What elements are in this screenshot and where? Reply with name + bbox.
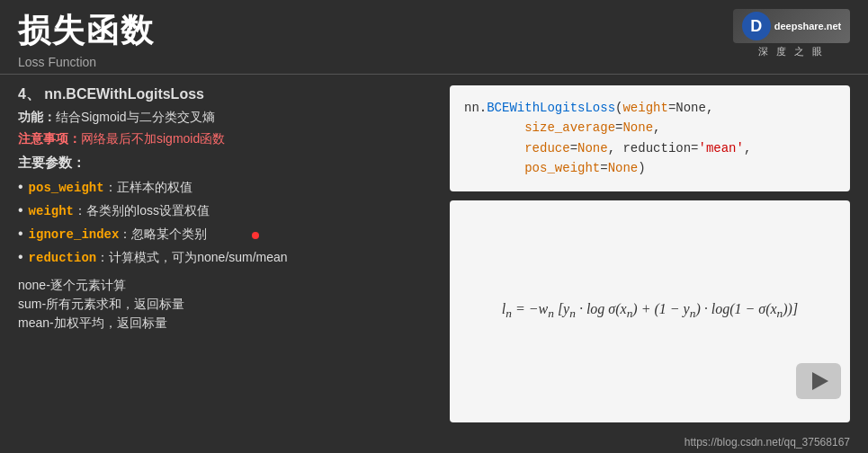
bullet-icon: • [18,249,23,265]
footer: https://blog.csdn.net/qq_37568167 [0,431,868,453]
code-eq1: =None, [668,101,713,115]
code-reduction-key: reduction= [622,141,698,155]
formula-text: ln = −wn [yn · log σ(xn) + (1 − yn) · lo… [502,301,798,321]
warning-text: 注意事项：网络最后不加sigmoid函数 [18,131,432,147]
code-reduce: reduce [524,141,569,155]
param-item: • pos_weight ：正样本的权值 [18,179,432,196]
func-label: 功能： [18,110,56,124]
logo-icon: D [742,12,771,40]
play-button[interactable] [796,363,841,399]
logo-area: D deepshare.net 深 度 之 眼 [733,9,850,58]
params-title: 主要参数： [18,155,432,172]
code-close: ) [638,161,645,175]
logo-box: D deepshare.net [733,9,850,43]
code-comma2: , [608,141,623,155]
code-comma3: , [744,141,751,155]
extra-line-1: sum-所有元素求和，返回标量 [18,297,432,313]
code-mean-str: 'mean' [698,141,743,155]
param-desc-1: ：各类别的loss设置权值 [74,203,210,219]
code-pos-weight: pos_weight [524,161,600,175]
code-eq4: = [600,161,607,175]
bullet-icon: • [18,179,23,195]
param-name-0: pos_weight [29,181,104,195]
code-none1: None [622,120,653,135]
param-name-1: weight [29,204,74,218]
annotation-dot [252,232,259,239]
bullet-icon: • [18,226,23,242]
right-panel: nn.BCEWithLogitsLoss(weight=None, size_a… [450,85,850,422]
formula-box: ln = −wn [yn · log σ(xn) + (1 − yn) · lo… [450,200,850,422]
param-name-3: reduction [29,251,97,265]
code-none2: None [577,141,608,155]
play-icon [812,372,828,390]
extra-line-2: mean-加权平均，返回标量 [18,315,432,332]
code-eq3: = [570,141,577,155]
main-container: 损失函数 Loss Function D deepshare.net 深 度 之… [0,0,868,453]
content-area: 4、 nn.BCEWithLogitsLoss 功能：结合Sigmoid与二分类… [0,75,868,431]
param-item: • ignore_index ：忽略某个类别 [18,226,432,243]
sub-title: Loss Function [18,55,155,69]
func-description: 功能：结合Sigmoid与二分类交叉熵 [18,110,432,126]
param-desc-0: ：正样本的权值 [104,180,192,196]
code-comma1: , [653,120,660,135]
warning-desc: 网络最后不加sigmoid函数 [81,131,225,146]
extra-line-0: none-逐个元素计算 [18,278,432,294]
code-class: BCEWithLogitsLoss [487,101,615,115]
param-desc-2: ：忽略某个类别 [119,226,207,243]
code-prefix: nn. [464,101,487,115]
code-weight: weight [622,101,667,115]
code-box: nn.BCEWithLogitsLoss(weight=None, size_a… [450,85,850,191]
param-name-2: ignore_index [29,227,120,242]
param-item-reduction: • reduction ：计算模式，可为none/sum/mean [18,249,432,266]
main-title: 损失函数 [18,9,155,53]
param-desc-3: ：计算模式，可为none/sum/mean [96,250,287,266]
code-size-avg: size_average [524,120,615,135]
footer-link: https://blog.csdn.net/qq_37568167 [685,436,850,449]
func-text: 结合Sigmoid与二分类交叉熵 [56,110,215,124]
header: 损失函数 Loss Function D deepshare.net 深 度 之… [0,0,868,75]
bullet-icon: • [18,202,23,218]
logo-site-text: deepshare.net [774,21,842,31]
section-number: 4、 nn.BCEWithLogitsLoss [18,85,432,104]
logo-subtitle: 深 度 之 眼 [758,45,825,58]
param-item: • weight ：各类别的loss设置权值 [18,202,432,219]
left-panel: 4、 nn.BCEWithLogitsLoss 功能：结合Sigmoid与二分类… [18,85,432,422]
warning-label: 注意事项： [18,131,81,146]
extra-info: none-逐个元素计算 sum-所有元素求和，返回标量 mean-加权平均，返回… [18,278,432,332]
title-area: 损失函数 Loss Function [18,9,155,69]
code-none3: None [608,161,639,175]
